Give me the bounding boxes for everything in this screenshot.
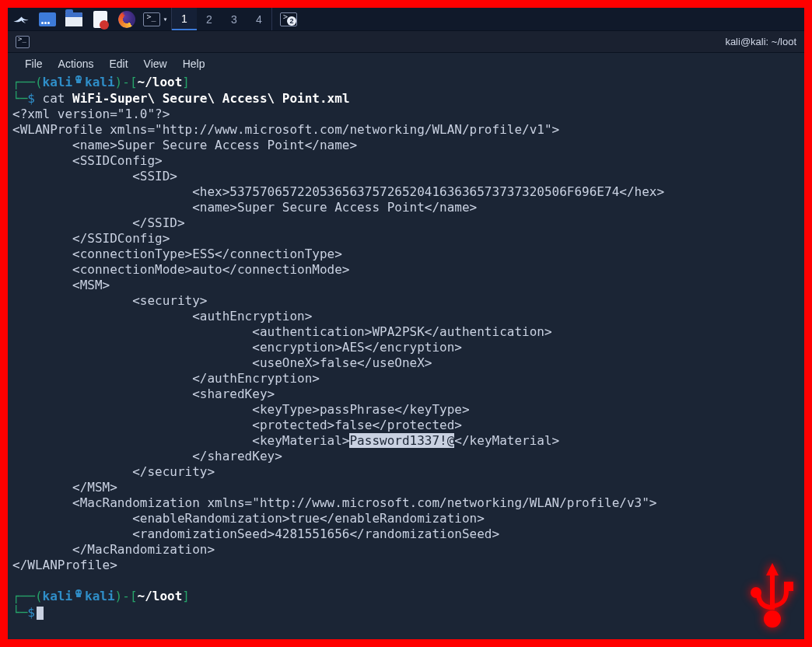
output-line: </authEncryption> [12,371,320,386]
svg-point-4 [75,589,82,596]
menubar: File Actions Edit View Help [8,53,804,75]
svg-rect-1 [76,81,81,83]
window-title: kali@kali: ~/loot [725,36,796,47]
output-line: <enableRandomization>true</enableRandomi… [12,511,485,526]
terminal-task-icon[interactable]: 2 [272,8,305,30]
svg-point-6 [76,592,78,593]
output-line: <security> [12,293,207,308]
output-line: <sharedKey> [12,386,275,401]
output-line: <MSM> [12,278,110,292]
output-line: <encryption>AES</encryption> [12,340,462,355]
output-line: <keyMaterial>Password1337!@</keyMaterial… [12,433,559,448]
menu-edit[interactable]: Edit [103,55,134,72]
output-line: </sharedKey> [12,449,282,463]
output-line: <SSIDConfig> [12,153,163,168]
output-line: <protected>false</protected> [12,418,462,432]
svg-rect-10 [784,582,793,591]
menu-view[interactable]: View [138,55,173,72]
prompt-input-line[interactable]: └─$ [12,605,800,621]
output-line: <authentication>WPA2PSK</authentication> [12,324,552,339]
output-line: </security> [12,464,215,479]
terminal-badge: 2 [287,16,296,26]
svg-point-2 [76,78,78,79]
command-line: └─$ cat WiFi-Super\ Secure\ Access\ Poin… [12,91,800,107]
output-line: <connectionType>ESS</connectionType> [12,247,342,261]
taskbar: ▾ 1 2 3 4 2 [8,8,804,31]
firefox-icon[interactable] [114,8,140,30]
output-line: <name>Super Secure Access Point</name> [12,138,357,152]
output-line: <authEncryption> [12,309,312,324]
text-editor-icon[interactable] [87,8,114,30]
workspace-4[interactable]: 4 [247,8,271,30]
desktop-frame: ▾ 1 2 3 4 2 kali@kali: ~/loot File Actio… [8,8,804,639]
prompt-line-2: ┌──(kalikali)-[~/loot] [12,589,800,605]
output-line: </MacRandomization> [12,542,215,557]
terminal-body[interactable]: ┌──(kalikali)-[~/loot]└─$ cat WiFi-Super… [8,75,804,639]
output-line: </SSIDConfig> [12,231,170,246]
svg-point-7 [79,592,81,593]
menu-help[interactable]: Help [177,55,212,72]
output-line: <name>Super Secure Access Point</name> [12,200,477,215]
output-line: <MacRandomization xmlns="http://www.micr… [12,495,656,510]
menu-file[interactable]: File [19,55,49,72]
svg-point-3 [79,78,81,79]
output-line: <?xml version="1.0"?> [12,107,170,121]
kali-menu-icon[interactable] [8,8,34,30]
usb-logo-icon [745,561,800,635]
output-line: <WLANProfile xmlns="http://www.microsoft… [12,122,559,137]
prompt-line-1: ┌──(kalikali)-[~/loot] [12,75,800,91]
output-line: </SSID> [12,215,185,230]
output-line: <hex>53757065722053656375726520416363657… [12,184,664,199]
output-line: <keyType>passPhrase</keyType> [12,402,470,417]
svg-point-0 [75,75,82,82]
output-line: <useOneX>false</useOneX> [12,355,432,370]
terminal-cursor [37,607,44,620]
window-titlebar[interactable]: kali@kali: ~/loot [8,31,804,53]
file-manager-icon[interactable] [61,8,87,30]
workspace-1[interactable]: 1 [172,8,197,30]
workspace-3[interactable]: 3 [222,8,247,30]
output-line: <randomizationSeed>4281551656</randomiza… [12,526,499,541]
window-app-icon [16,36,30,48]
show-desktop-icon[interactable] [34,8,61,30]
svg-point-8 [764,610,781,628]
output-line: <connectionMode>auto</connectionMode> [12,262,349,277]
svg-rect-5 [76,595,81,597]
workspace-2[interactable]: 2 [197,8,222,30]
terminal-launcher-icon[interactable]: ▾ [140,8,171,30]
output-line: </WLANProfile> [12,558,117,572]
menu-actions[interactable]: Actions [52,55,100,72]
highlighted-password: Password1337!@ [349,433,454,448]
output-line: </MSM> [12,480,117,495]
output-line: <SSID> [12,169,177,184]
